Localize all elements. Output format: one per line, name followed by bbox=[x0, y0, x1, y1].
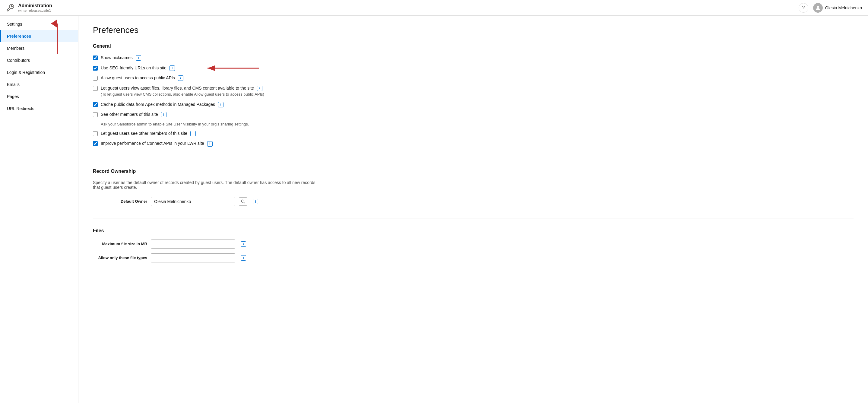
sidebar-item-settings[interactable]: Settings bbox=[0, 18, 78, 30]
header-left: Administration winterreleaseacsite1 bbox=[6, 3, 52, 13]
record-ownership-description: Specify a user as the default owner of r… bbox=[93, 180, 322, 190]
sidebar-item-label: Pages bbox=[7, 94, 19, 99]
max-file-size-row: Maximum file size in MB i bbox=[93, 240, 854, 249]
cache-apex-row: Cache public data from Apex methods in M… bbox=[93, 102, 854, 108]
guest-see-members-checkbox[interactable] bbox=[93, 131, 98, 136]
show-nicknames-info-icon[interactable]: i bbox=[136, 55, 141, 61]
header-title-block: Administration winterreleaseacsite1 bbox=[18, 3, 52, 13]
see-members-row: See other members of this site i bbox=[93, 112, 854, 118]
user-menu-button[interactable]: Olesia Melnichenko bbox=[813, 3, 862, 13]
see-members-label: See other members of this site i bbox=[101, 112, 166, 118]
app-title: Administration bbox=[18, 3, 52, 8]
default-owner-input[interactable] bbox=[151, 197, 235, 206]
max-file-size-input[interactable] bbox=[151, 240, 235, 249]
guest-assets-row: Let guest users view asset files, librar… bbox=[93, 85, 854, 97]
default-owner-label: Default Owner bbox=[93, 199, 147, 204]
svg-line-4 bbox=[244, 202, 245, 203]
sidebar-item-emails[interactable]: Emails bbox=[0, 79, 78, 91]
wrench-icon bbox=[6, 4, 14, 12]
sidebar-item-url-redirects[interactable]: URL Redirects bbox=[0, 102, 78, 115]
connect-apis-label: Improve performance of Connect APIs in y… bbox=[101, 141, 213, 147]
files-section-title: Files bbox=[93, 228, 854, 234]
guest-see-members-label: Let guest users see other members of thi… bbox=[101, 131, 196, 137]
section-divider-1 bbox=[93, 159, 854, 159]
main-layout: Settings Preferences Members Contributor… bbox=[0, 16, 868, 403]
allow-file-types-input[interactable] bbox=[151, 253, 235, 262]
allow-file-types-info-icon[interactable]: i bbox=[241, 255, 246, 260]
guest-assets-info-icon[interactable]: i bbox=[257, 86, 262, 91]
guest-api-checkbox[interactable] bbox=[93, 76, 98, 81]
red-arrow-annotation bbox=[202, 62, 262, 74]
general-section: General Show nicknames i Use SEO-friendl… bbox=[93, 43, 854, 147]
guest-api-info-icon[interactable]: i bbox=[178, 75, 183, 81]
default-owner-row: Default Owner i bbox=[93, 197, 854, 206]
sidebar-item-contributors[interactable]: Contributors bbox=[0, 54, 78, 66]
user-avatar bbox=[813, 3, 823, 13]
main-content: Preferences General Show nicknames i Use… bbox=[79, 16, 868, 403]
seo-urls-checkbox[interactable] bbox=[93, 66, 98, 70]
guest-see-members-row: Let guest users see other members of thi… bbox=[93, 131, 854, 137]
cache-apex-label: Cache public data from Apex methods in M… bbox=[101, 102, 223, 108]
show-nicknames-checkbox[interactable] bbox=[93, 56, 98, 60]
sidebar-item-login-registration[interactable]: Login & Registration bbox=[0, 66, 78, 79]
app-subtitle: winterreleaseacsite1 bbox=[18, 8, 52, 13]
connect-apis-info-icon[interactable]: i bbox=[207, 141, 213, 147]
general-section-title: General bbox=[93, 43, 854, 49]
help-button[interactable]: ? bbox=[799, 3, 808, 13]
search-icon bbox=[241, 199, 245, 204]
header-right: ? Olesia Melnichenko bbox=[799, 3, 862, 13]
connect-apis-checkbox[interactable] bbox=[93, 141, 98, 146]
sidebar-item-label: Settings bbox=[7, 22, 22, 27]
max-file-size-info-icon[interactable]: i bbox=[241, 241, 246, 247]
guest-api-row: Allow guest users to access public APIs … bbox=[93, 75, 854, 81]
sidebar-item-label: Login & Registration bbox=[7, 70, 45, 75]
show-nicknames-label: Show nicknames i bbox=[101, 55, 141, 61]
allow-file-types-row: Allow only these file types i bbox=[93, 253, 854, 262]
user-name: Olesia Melnichenko bbox=[825, 5, 862, 10]
seo-urls-row: Use SEO-friendly URLs on this site i bbox=[93, 65, 854, 71]
guest-assets-sublabel: (To let guest users view CMS collections… bbox=[101, 92, 264, 97]
files-section: Files Maximum file size in MB i Allow on… bbox=[93, 228, 854, 262]
sidebar-item-pages[interactable]: Pages bbox=[0, 91, 78, 102]
cache-apex-info-icon[interactable]: i bbox=[218, 102, 223, 107]
see-members-info-icon[interactable]: i bbox=[161, 112, 166, 117]
guest-assets-checkbox[interactable] bbox=[93, 86, 98, 91]
sidebar-item-label: Contributors bbox=[7, 58, 30, 63]
guest-assets-label: Let guest users view asset files, librar… bbox=[101, 85, 264, 97]
app-header: Administration winterreleaseacsite1 ? Ol… bbox=[0, 0, 868, 16]
sidebar: Settings Preferences Members Contributor… bbox=[0, 16, 79, 403]
guest-see-members-info-icon[interactable]: i bbox=[190, 131, 196, 136]
max-file-size-label: Maximum file size in MB bbox=[93, 242, 147, 246]
see-members-checkbox[interactable] bbox=[93, 112, 98, 117]
connect-apis-row: Improve performance of Connect APIs in y… bbox=[93, 141, 854, 147]
section-divider-2 bbox=[93, 218, 854, 218]
default-owner-info-icon[interactable]: i bbox=[253, 199, 258, 204]
allow-file-types-label: Allow only these file types bbox=[93, 255, 147, 260]
sidebar-item-preferences[interactable]: Preferences bbox=[0, 30, 78, 42]
default-owner-search-button[interactable] bbox=[239, 197, 247, 206]
record-ownership-title: Record Ownership bbox=[93, 168, 854, 174]
record-ownership-section: Record Ownership Specify a user as the d… bbox=[93, 168, 854, 206]
sidebar-item-members[interactable]: Members bbox=[0, 42, 78, 54]
sidebar-item-label: URL Redirects bbox=[7, 106, 34, 111]
cache-apex-checkbox[interactable] bbox=[93, 102, 98, 107]
guest-api-label: Allow guest users to access public APIs … bbox=[101, 75, 183, 81]
show-nicknames-row: Show nicknames i bbox=[93, 55, 854, 61]
seo-urls-label: Use SEO-friendly URLs on this site i bbox=[101, 65, 175, 71]
seo-urls-info-icon[interactable]: i bbox=[169, 65, 175, 71]
sidebar-item-label: Members bbox=[7, 46, 25, 51]
see-members-note: Ask your Salesforce admin to enable Site… bbox=[101, 122, 854, 126]
sidebar-item-label: Emails bbox=[7, 82, 20, 87]
sidebar-item-label: Preferences bbox=[7, 34, 31, 39]
svg-point-0 bbox=[817, 6, 819, 8]
page-title: Preferences bbox=[93, 25, 854, 35]
